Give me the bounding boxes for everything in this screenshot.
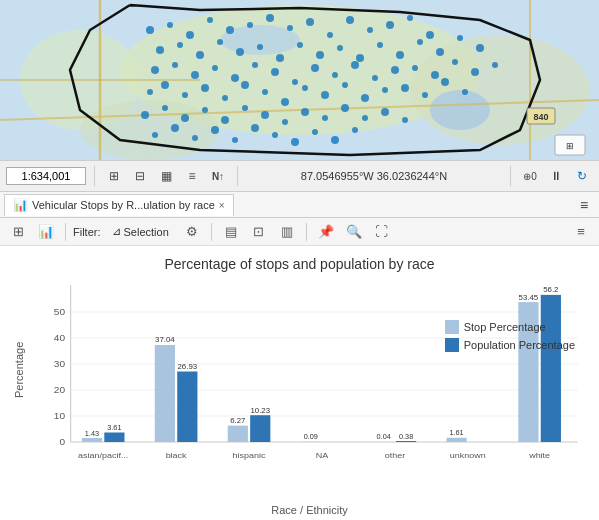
svg-text:0.04: 0.04 — [377, 433, 391, 440]
svg-point-24 — [407, 15, 413, 21]
svg-point-88 — [341, 104, 349, 112]
scale-display[interactable]: 1:634,001 — [6, 167, 86, 185]
table-icon[interactable]: ▦ — [155, 165, 177, 187]
menu-icon[interactable]: ≡ — [181, 165, 203, 187]
more-options-icon[interactable]: ≡ — [569, 220, 593, 244]
svg-point-22 — [367, 27, 373, 33]
filter-text-label: Filter: — [73, 226, 101, 238]
tab-icon: 📊 — [13, 198, 28, 212]
filter-chart-icon[interactable]: 📊 — [34, 220, 58, 244]
svg-point-92 — [152, 132, 158, 138]
chart-container: Percentage 0 10 20 30 — [10, 280, 589, 500]
svg-point-11 — [146, 26, 154, 34]
chart-tab[interactable]: 📊 Vehicular Stops by R...ulation by race… — [4, 194, 234, 216]
svg-point-72 — [361, 94, 369, 102]
svg-point-54 — [372, 75, 378, 81]
svg-point-20 — [327, 32, 333, 38]
svg-point-73 — [382, 87, 388, 93]
svg-point-13 — [186, 31, 194, 39]
svg-point-21 — [346, 16, 354, 24]
svg-point-16 — [247, 22, 253, 28]
svg-point-82 — [221, 116, 229, 124]
svg-text:other: other — [385, 450, 406, 459]
svg-point-68 — [281, 98, 289, 106]
svg-point-85 — [282, 119, 288, 125]
svg-point-39 — [417, 39, 423, 45]
svg-text:50: 50 — [54, 307, 65, 317]
chart-area: Percentage of stops and population by ra… — [0, 246, 599, 520]
svg-point-67 — [262, 89, 268, 95]
north-icon[interactable]: N↑ — [207, 165, 229, 187]
zoom-info-icon[interactable]: ⊕0 — [519, 165, 541, 187]
tab-menu-icon[interactable]: ≡ — [573, 194, 595, 216]
svg-point-35 — [337, 45, 343, 51]
bar-asian-pop — [104, 433, 124, 443]
bar-chart-svg: 0 10 20 30 40 50 — [28, 280, 589, 480]
tab-label: Vehicular Stops by R...ulation by race — [32, 199, 215, 211]
svg-text:NA: NA — [316, 450, 329, 459]
tab-close-button[interactable]: × — [219, 200, 225, 211]
svg-point-86 — [301, 108, 309, 116]
svg-point-12 — [167, 22, 173, 28]
selection-filter-button[interactable]: ⊿ Selection — [105, 222, 176, 241]
svg-point-49 — [271, 68, 279, 76]
svg-text:3.61: 3.61 — [107, 424, 121, 431]
svg-point-95 — [211, 126, 219, 134]
svg-text:56.2: 56.2 — [543, 285, 558, 293]
filter-sep2 — [211, 223, 212, 241]
filter-funnel-icon: ⊿ — [112, 225, 121, 238]
x-axis-label: Race / Ethnicity — [30, 504, 589, 516]
expand-icon[interactable]: ⛶ — [370, 220, 394, 244]
svg-text:1.61: 1.61 — [450, 429, 464, 436]
svg-point-50 — [292, 79, 298, 85]
filter-options-icon[interactable]: ▥ — [275, 220, 299, 244]
svg-point-23 — [386, 21, 394, 29]
filter-sep3 — [306, 223, 307, 241]
legend-pop-label: Population Percentage — [464, 339, 575, 351]
svg-point-26 — [156, 46, 164, 54]
svg-point-66 — [241, 81, 249, 89]
bar-other-pop — [396, 441, 416, 442]
map-view[interactable]: 840 ⊞ — [0, 0, 599, 160]
svg-point-91 — [402, 117, 408, 123]
bar-unknown-stop — [447, 438, 467, 442]
grid-icon[interactable]: ⊞ — [103, 165, 125, 187]
export-icon[interactable]: ⊡ — [247, 220, 271, 244]
svg-point-96 — [232, 137, 238, 143]
svg-text:6.27: 6.27 — [230, 416, 245, 424]
svg-text:20: 20 — [54, 385, 65, 395]
svg-point-19 — [306, 18, 314, 26]
coordinates-display: 87.0546955°W 36.0236244°N — [246, 170, 502, 182]
svg-text:0.09: 0.09 — [304, 433, 318, 440]
svg-point-44 — [172, 62, 178, 68]
svg-point-53 — [351, 61, 359, 69]
svg-point-100 — [312, 129, 318, 135]
bar-hispanic-pop — [250, 415, 270, 442]
svg-point-33 — [297, 42, 303, 48]
pause-icon[interactable]: ⏸ — [545, 165, 567, 187]
svg-text:30: 30 — [54, 359, 65, 369]
svg-text:asian/pacif...: asian/pacif... — [78, 450, 128, 459]
svg-point-90 — [381, 108, 389, 116]
chart-inner: 0 10 20 30 40 50 — [28, 280, 589, 480]
svg-point-42 — [476, 44, 484, 52]
bar-white-pop — [541, 295, 561, 442]
svg-text:unknown: unknown — [450, 450, 486, 459]
sep1 — [94, 166, 95, 186]
zoom-chart-icon[interactable]: 🔍 — [342, 220, 366, 244]
svg-point-52 — [332, 72, 338, 78]
layers-icon[interactable]: ⊟ — [129, 165, 151, 187]
svg-point-57 — [431, 71, 439, 79]
svg-point-64 — [201, 84, 209, 92]
table-view-icon[interactable]: ▤ — [219, 220, 243, 244]
legend-stop: Stop Percentage — [445, 320, 575, 334]
svg-point-46 — [212, 65, 218, 71]
svg-text:hispanic: hispanic — [233, 450, 267, 459]
svg-point-48 — [252, 62, 258, 68]
svg-text:⊞: ⊞ — [566, 141, 574, 151]
refresh-icon[interactable]: ↻ — [571, 165, 593, 187]
svg-point-63 — [182, 92, 188, 98]
filter-settings-icon[interactable]: ⚙ — [180, 220, 204, 244]
filter-grid-icon[interactable]: ⊞ — [6, 220, 30, 244]
pin-icon[interactable]: 📌 — [314, 220, 338, 244]
